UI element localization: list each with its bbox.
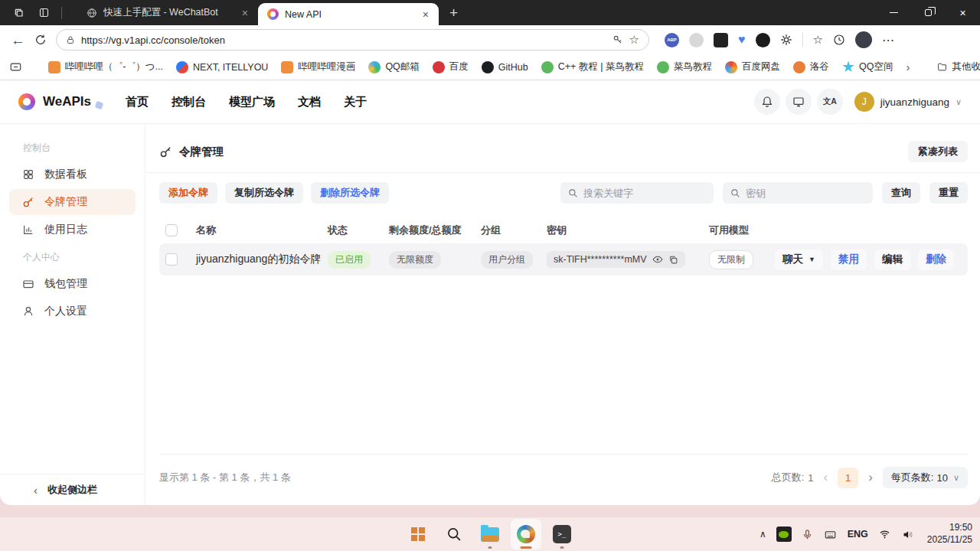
history-icon[interactable] (833, 34, 845, 46)
adblock-extension-icon[interactable]: ABP (665, 33, 679, 47)
back-icon[interactable]: ← (11, 33, 25, 47)
other-bookmarks-folder[interactable]: 其他收藏夹 (936, 60, 980, 73)
bookmark-runoob[interactable]: 菜鸟教程 (657, 60, 712, 73)
eye-icon[interactable] (652, 254, 663, 265)
extension-icon[interactable] (689, 33, 704, 47)
terminal-button[interactable]: >_ (547, 519, 577, 549)
extension-icon[interactable] (756, 33, 770, 47)
sidebar-item-settings[interactable]: 个人设置 (9, 298, 136, 324)
nvidia-tray-icon[interactable] (776, 527, 792, 542)
bookmark-baidu-pan[interactable]: 百度网盘 (725, 60, 780, 73)
window-close-button[interactable]: × (946, 0, 980, 25)
browser-tab-newapi[interactable]: New API × (258, 3, 439, 25)
next-page-icon[interactable]: › (868, 470, 873, 485)
gear-extension-icon[interactable] (780, 34, 792, 46)
nav-docs[interactable]: 文档 (298, 95, 321, 109)
bookmark-bilibili-manga[interactable]: 哔哩哔哩漫画 (281, 60, 355, 73)
taskbar-clock[interactable]: 19:502025/11/25 (927, 522, 972, 546)
wifi-icon[interactable] (878, 529, 891, 540)
collections-star-icon[interactable]: ☆ (813, 33, 823, 47)
bookmarks-overflow-icon[interactable]: › (906, 60, 910, 73)
extension-icon[interactable] (714, 33, 728, 47)
terminal-icon: >_ (553, 525, 571, 543)
sidebar-item-logs[interactable]: 使用日志 (9, 217, 136, 243)
touch-keyboard-icon[interactable] (823, 529, 838, 540)
table-row: jiyuanzhiguang的初始令牌 已启用 无限额度 用户分组 sk-TlF… (159, 243, 968, 276)
page-size-select[interactable]: 每页条数:10∨ (883, 467, 968, 488)
reset-button[interactable]: 重置 (929, 182, 968, 204)
bookmark-cpp-runoob[interactable]: C++ 教程 | 菜鸟教程 (541, 60, 644, 73)
select-all-checkbox[interactable] (165, 224, 178, 236)
nav-about[interactable]: 关于 (344, 95, 367, 109)
globe-favicon-icon (87, 8, 97, 18)
brand-name[interactable]: WeAPIs (43, 94, 91, 109)
theme-display-icon[interactable] (786, 89, 812, 115)
workspaces-icon[interactable] (12, 6, 26, 20)
bookmark-itellyou[interactable]: NEXT, ITELLYOU (176, 61, 268, 73)
disable-button[interactable]: 禁用 (831, 249, 867, 270)
nav-console[interactable]: 控制台 (172, 95, 206, 109)
collapse-sidebar-button[interactable]: ‹ 收起侧边栏 (0, 474, 145, 505)
more-menu-icon[interactable]: ⋯ (882, 33, 895, 47)
browser-tab-wechatbot[interactable]: 快速上手配置 - WeChatBot × (77, 0, 258, 25)
browser-profile-avatar[interactable] (855, 31, 872, 48)
microphone-icon[interactable] (802, 528, 813, 541)
keyword-search-box[interactable] (560, 182, 714, 204)
delete-button[interactable]: 删除 (918, 249, 954, 270)
copy-icon[interactable] (668, 255, 678, 265)
favorite-star-icon[interactable]: ☆ (629, 33, 639, 47)
copy-selected-button[interactable]: 复制所选令牌 (225, 182, 303, 204)
delete-selected-button[interactable]: 删除所选令牌 (311, 182, 389, 204)
bookmark-qzone[interactable]: QQ空间 (842, 60, 893, 73)
tab-close-icon[interactable]: × (420, 8, 431, 21)
file-explorer-button[interactable] (475, 519, 505, 549)
row-checkbox[interactable] (165, 253, 178, 266)
prev-page-icon[interactable]: ‹ (824, 470, 828, 485)
user-menu[interactable]: J jiyuanzhiguang ∨ (854, 92, 962, 112)
start-button[interactable] (403, 519, 433, 549)
new-tab-button[interactable]: + (439, 5, 469, 21)
url-text[interactable]: https://vg.v1api.cc/console/token (81, 34, 606, 46)
window-restore-button[interactable] (911, 0, 946, 25)
password-key-icon[interactable] (612, 34, 623, 45)
tab-close-icon[interactable]: × (240, 7, 250, 19)
nav-home[interactable]: 首页 (126, 95, 149, 109)
token-key: sk-TlFH**********mMV (547, 251, 685, 268)
sidebar-item-tokens[interactable]: 令牌管理 (9, 189, 136, 215)
bookmark-qqmail[interactable]: QQ邮箱 (368, 60, 419, 73)
weapis-logo-icon[interactable] (18, 93, 35, 110)
heart-extension-icon[interactable]: ♥ (738, 34, 746, 46)
key-search-box[interactable] (723, 182, 873, 204)
window-minimize-button[interactable] (877, 0, 911, 25)
compact-list-button[interactable]: 紧凑列表 (908, 141, 968, 162)
col-quota: 剩余额度/总额度 (389, 223, 481, 237)
chevron-down-icon: ∨ (956, 97, 962, 107)
input-language[interactable]: ENG (848, 529, 868, 540)
speaker-icon[interactable] (901, 529, 914, 540)
bookmark-bilibili[interactable]: 哔哩哔哩（゜-゜）つ... (48, 60, 163, 73)
tray-chevron-up-icon[interactable]: ∧ (760, 529, 766, 540)
refresh-icon[interactable] (34, 34, 47, 46)
tab-actions-icon[interactable] (37, 6, 51, 20)
notifications-bell-icon[interactable] (754, 89, 780, 115)
key-search-input[interactable] (746, 187, 865, 199)
add-token-button[interactable]: 添加令牌 (159, 182, 217, 204)
address-bar[interactable]: https://vg.v1api.cc/console/token ☆ (56, 29, 649, 51)
nav-models[interactable]: 模型广场 (229, 95, 275, 109)
current-page-button[interactable]: 1 (838, 468, 858, 488)
taskbar-search-button[interactable] (439, 519, 469, 549)
edge-browser-button[interactable] (511, 519, 541, 549)
query-button[interactable]: 查询 (882, 182, 920, 204)
sidebar-toggle-icon[interactable] (9, 61, 22, 73)
bookmark-github[interactable]: GitHub (482, 61, 528, 73)
sidebar-item-wallet[interactable]: 钱包管理 (9, 271, 136, 297)
bookmark-luogu[interactable]: 洛谷 (793, 60, 829, 73)
windows-taskbar: >_ ∧ ENG 19:502025/11/25 (0, 517, 980, 551)
sidebar-item-dashboard[interactable]: 数据看板 (9, 161, 136, 187)
edit-button[interactable]: 编辑 (874, 249, 910, 270)
bookmark-baidu[interactable]: 百度 (433, 60, 469, 73)
translate-icon[interactable]: 文A (817, 89, 843, 115)
chat-dropdown-button[interactable]: 聊天▼ (775, 249, 823, 270)
keyword-search-input[interactable] (583, 187, 706, 199)
total-pages-value: 1 (808, 472, 813, 484)
